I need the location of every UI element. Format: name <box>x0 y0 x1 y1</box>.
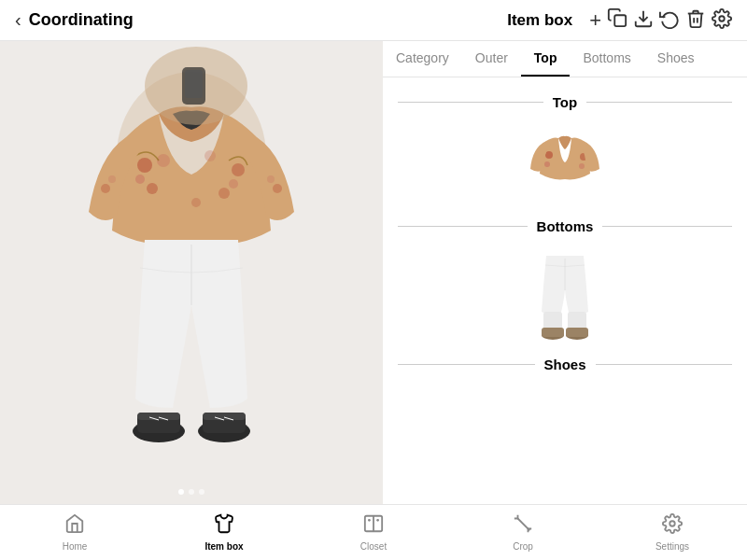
svg-point-16 <box>267 175 275 183</box>
svg-point-10 <box>218 188 230 199</box>
bottom-navigation: Home Item box Closet Crop Setting <box>0 504 747 560</box>
svg-point-33 <box>544 161 550 167</box>
svg-point-15 <box>273 184 282 193</box>
download-icon[interactable] <box>633 8 654 33</box>
delete-icon[interactable] <box>685 8 706 33</box>
tab-top[interactable]: Top <box>521 41 571 77</box>
svg-point-9 <box>229 179 238 189</box>
header-left: ‹ Coordinating <box>15 9 507 31</box>
items-list: Top <box>383 77 747 504</box>
svg-point-11 <box>204 150 216 161</box>
svg-point-35 <box>579 163 585 169</box>
svg-point-6 <box>147 183 158 194</box>
svg-point-32 <box>545 151 553 159</box>
shoes-section-title: Shoes <box>544 357 586 372</box>
svg-rect-30 <box>185 70 203 98</box>
svg-rect-0 <box>614 15 626 26</box>
svg-point-12 <box>191 198 201 207</box>
nav-home[interactable]: Home <box>0 505 149 560</box>
dot-2 <box>189 489 194 495</box>
nav-closet[interactable]: Closet <box>299 505 448 560</box>
top-item-svg <box>523 127 607 202</box>
svg-point-7 <box>157 154 170 167</box>
dot-1 <box>178 489 184 495</box>
top-item[interactable] <box>383 118 747 211</box>
svg-point-13 <box>101 184 110 193</box>
svg-point-47 <box>669 521 675 526</box>
nav-closet-label: Closet <box>360 541 387 552</box>
shoes-empty <box>383 380 747 417</box>
top-line-left <box>398 102 543 103</box>
bottoms-item-svg <box>532 251 598 340</box>
nav-crop[interactable]: Crop <box>448 505 598 560</box>
nav-home-label: Home <box>63 541 88 552</box>
nav-settings-icon <box>662 513 683 539</box>
image-dots <box>178 489 204 495</box>
top-line-right <box>586 102 732 103</box>
tab-category[interactable]: Category <box>383 41 462 77</box>
main-content: Category Outer Top Bottoms Shoes Top <box>0 41 747 504</box>
category-tabs: Category Outer Top Bottoms Shoes <box>383 41 747 77</box>
add-icon[interactable]: + <box>589 8 601 33</box>
closet-icon <box>363 513 384 539</box>
nav-item-box-label: Item box <box>204 541 243 552</box>
bottoms-section-title: Bottoms <box>537 218 594 234</box>
outfit-svg <box>51 44 331 501</box>
header: ‹ Coordinating Item box + <box>0 0 747 41</box>
bottoms-item[interactable] <box>383 242 747 349</box>
back-icon[interactable]: ‹ <box>15 9 21 31</box>
crop-icon <box>513 513 533 539</box>
header-left-title: Coordinating <box>29 10 134 30</box>
shoes-line-right <box>596 364 733 365</box>
top-section-header: Top <box>383 87 747 118</box>
svg-point-4 <box>137 158 152 173</box>
svg-rect-42 <box>566 328 588 337</box>
outfit-panel <box>0 41 383 504</box>
svg-rect-20 <box>137 413 180 420</box>
tab-outer[interactable]: Outer <box>462 41 521 77</box>
bottoms-section-header: Bottoms <box>383 211 747 242</box>
svg-rect-41 <box>542 328 564 337</box>
refresh-icon[interactable] <box>659 8 680 33</box>
dot-3 <box>199 489 204 495</box>
bottoms-line-right <box>602 226 732 227</box>
tshirt-icon <box>214 513 234 539</box>
home-icon <box>64 513 85 539</box>
top-section-title: Top <box>553 94 577 110</box>
outfit-image <box>0 41 383 504</box>
copy-icon[interactable] <box>607 7 627 33</box>
svg-point-5 <box>135 175 145 184</box>
svg-point-14 <box>108 175 116 183</box>
header-actions: Item box + <box>507 7 732 33</box>
shoes-section-header: Shoes <box>383 349 747 380</box>
nav-crop-label: Crop <box>513 541 533 552</box>
nav-settings-label: Settings <box>655 541 689 552</box>
svg-point-8 <box>232 163 245 176</box>
shoes-line-left <box>398 364 535 365</box>
tab-shoes[interactable]: Shoes <box>644 41 708 77</box>
item-box-panel: Category Outer Top Bottoms Shoes Top <box>383 41 747 504</box>
header-center-title: Item box <box>507 11 572 30</box>
bottoms-line-left <box>398 226 528 227</box>
svg-rect-25 <box>203 413 246 420</box>
nav-settings[interactable]: Settings <box>598 505 747 560</box>
tab-bottoms[interactable]: Bottoms <box>570 41 643 77</box>
settings-icon[interactable] <box>712 8 732 33</box>
svg-point-2 <box>719 16 725 21</box>
nav-item-box[interactable]: Item box <box>149 505 299 560</box>
